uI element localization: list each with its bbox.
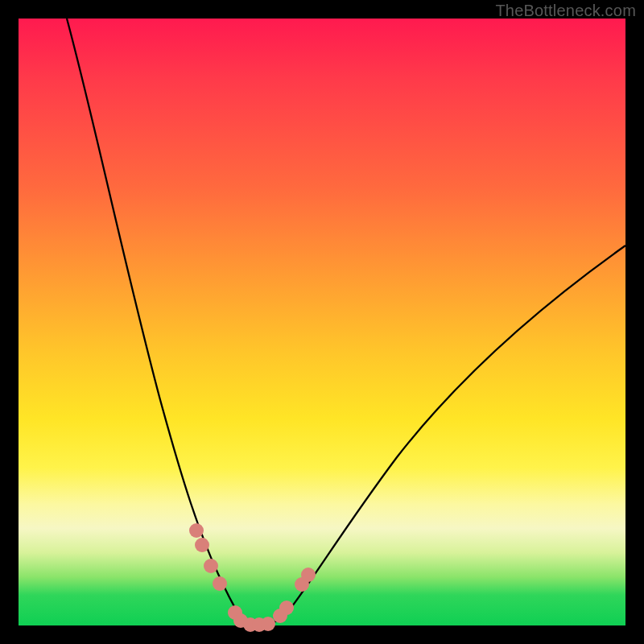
chart-frame: TheBottleneck.com xyxy=(0,0,644,644)
data-bead xyxy=(213,576,227,591)
data-bead xyxy=(204,559,218,573)
data-bead xyxy=(189,523,204,538)
chart-plot-area xyxy=(19,19,625,625)
attribution-text: TheBottleneck.com xyxy=(495,2,636,20)
data-bead xyxy=(301,568,316,582)
data-bead xyxy=(261,617,275,631)
curve-right-branch xyxy=(266,246,625,625)
bottleneck-curve xyxy=(19,19,625,625)
curve-left-branch xyxy=(67,19,249,625)
data-bead xyxy=(279,601,294,615)
data-bead xyxy=(195,538,209,552)
